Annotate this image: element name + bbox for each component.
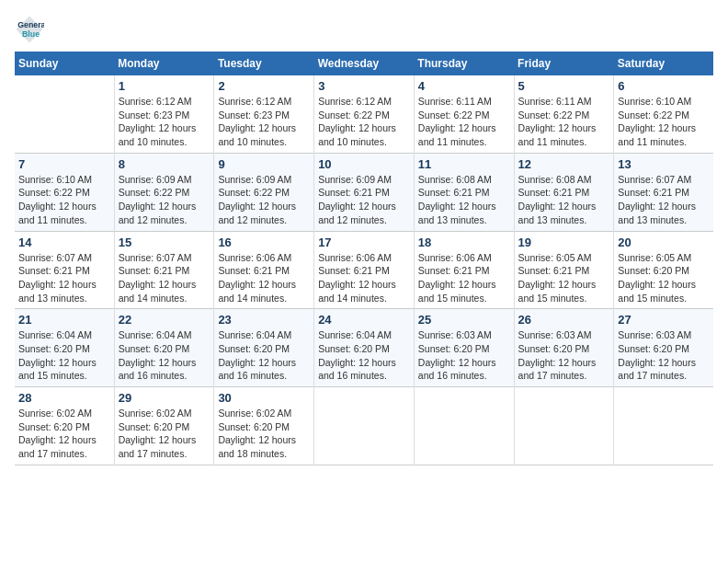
calendar-day-cell: 13Sunrise: 6:07 AMSunset: 6:21 PMDayligh…: [614, 153, 713, 231]
calendar-table: SundayMondayTuesdayWednesdayThursdayFrid…: [15, 52, 713, 465]
calendar-day-cell: 26Sunrise: 6:03 AMSunset: 6:20 PMDayligh…: [514, 309, 614, 387]
calendar-week-row: 1Sunrise: 6:12 AMSunset: 6:23 PMDaylight…: [15, 75, 713, 153]
weekday-header: Wednesday: [314, 52, 415, 75]
day-number: 27: [618, 313, 710, 327]
weekday-header-row: SundayMondayTuesdayWednesdayThursdayFrid…: [15, 52, 713, 75]
calendar-day-cell: 30Sunrise: 6:02 AMSunset: 6:20 PMDayligh…: [214, 387, 314, 465]
calendar-day-cell: [414, 387, 514, 465]
weekday-header: Friday: [514, 52, 614, 75]
day-info: Sunrise: 6:07 AMSunset: 6:21 PMDaylight:…: [618, 173, 710, 227]
day-info: Sunrise: 6:08 AMSunset: 6:21 PMDaylight:…: [418, 173, 510, 227]
day-info: Sunrise: 6:03 AMSunset: 6:20 PMDaylight:…: [618, 328, 710, 383]
day-info: Sunrise: 6:09 AMSunset: 6:21 PMDaylight:…: [318, 173, 410, 227]
calendar-day-cell: 8Sunrise: 6:09 AMSunset: 6:22 PMDaylight…: [114, 153, 214, 231]
day-info: Sunrise: 6:12 AMSunset: 6:23 PMDaylight:…: [119, 95, 210, 149]
calendar-day-cell: 9Sunrise: 6:09 AMSunset: 6:22 PMDaylight…: [214, 153, 314, 231]
calendar-day-cell: 22Sunrise: 6:04 AMSunset: 6:20 PMDayligh…: [114, 309, 214, 387]
day-info: Sunrise: 6:02 AMSunset: 6:20 PMDaylight:…: [218, 407, 310, 461]
calendar-day-cell: 6Sunrise: 6:10 AMSunset: 6:22 PMDaylight…: [614, 75, 713, 153]
day-info: Sunrise: 6:04 AMSunset: 6:20 PMDaylight:…: [218, 328, 310, 383]
calendar-day-cell: 24Sunrise: 6:04 AMSunset: 6:20 PMDayligh…: [314, 309, 415, 387]
day-number: 13: [618, 157, 710, 171]
calendar-day-cell: 11Sunrise: 6:08 AMSunset: 6:21 PMDayligh…: [414, 153, 514, 231]
day-number: 11: [418, 157, 510, 171]
calendar-week-row: 14Sunrise: 6:07 AMSunset: 6:21 PMDayligh…: [15, 231, 713, 309]
day-info: Sunrise: 6:07 AMSunset: 6:21 PMDaylight:…: [119, 251, 210, 305]
calendar-day-cell: 5Sunrise: 6:11 AMSunset: 6:22 PMDaylight…: [514, 75, 614, 153]
calendar-day-cell: [514, 387, 614, 465]
day-info: Sunrise: 6:10 AMSunset: 6:22 PMDaylight:…: [618, 95, 710, 149]
calendar-day-cell: 2Sunrise: 6:12 AMSunset: 6:23 PMDaylight…: [214, 75, 314, 153]
day-number: 14: [18, 236, 110, 249]
calendar-day-cell: 12Sunrise: 6:08 AMSunset: 6:21 PMDayligh…: [514, 153, 614, 231]
day-info: Sunrise: 6:06 AMSunset: 6:21 PMDaylight:…: [218, 251, 310, 305]
day-number: 23: [218, 313, 310, 327]
day-info: Sunrise: 6:11 AMSunset: 6:22 PMDaylight:…: [418, 95, 510, 149]
day-number: 18: [418, 236, 510, 249]
calendar-day-cell: 19Sunrise: 6:05 AMSunset: 6:21 PMDayligh…: [514, 231, 614, 309]
svg-text:Blue: Blue: [22, 29, 40, 39]
day-info: Sunrise: 6:04 AMSunset: 6:20 PMDaylight:…: [318, 328, 410, 383]
day-number: 10: [318, 157, 410, 171]
day-number: 24: [318, 313, 410, 327]
logo-icon: General Blue: [15, 15, 44, 44]
day-number: 22: [119, 313, 210, 327]
day-number: 2: [218, 79, 310, 93]
calendar-day-cell: 28Sunrise: 6:02 AMSunset: 6:20 PMDayligh…: [15, 387, 114, 465]
day-info: Sunrise: 6:02 AMSunset: 6:20 PMDaylight:…: [18, 407, 110, 461]
day-info: Sunrise: 6:12 AMSunset: 6:23 PMDaylight:…: [218, 95, 310, 149]
calendar-day-cell: 14Sunrise: 6:07 AMSunset: 6:21 PMDayligh…: [15, 231, 114, 309]
calendar-day-cell: 18Sunrise: 6:06 AMSunset: 6:21 PMDayligh…: [414, 231, 514, 309]
calendar-day-cell: 20Sunrise: 6:05 AMSunset: 6:20 PMDayligh…: [614, 231, 713, 309]
day-info: Sunrise: 6:06 AMSunset: 6:21 PMDaylight:…: [318, 251, 410, 305]
day-number: 1: [119, 79, 210, 93]
day-info: Sunrise: 6:11 AMSunset: 6:22 PMDaylight:…: [518, 95, 610, 149]
day-number: 7: [18, 157, 110, 171]
day-info: Sunrise: 6:12 AMSunset: 6:22 PMDaylight:…: [318, 95, 410, 149]
calendar-day-cell: 3Sunrise: 6:12 AMSunset: 6:22 PMDaylight…: [314, 75, 415, 153]
calendar-day-cell: 23Sunrise: 6:04 AMSunset: 6:20 PMDayligh…: [214, 309, 314, 387]
day-info: Sunrise: 6:08 AMSunset: 6:21 PMDaylight:…: [518, 173, 610, 227]
calendar-day-cell: 7Sunrise: 6:10 AMSunset: 6:22 PMDaylight…: [15, 153, 114, 231]
svg-text:General: General: [17, 20, 44, 29]
calendar-day-cell: [15, 75, 114, 153]
day-number: 17: [318, 236, 410, 249]
day-number: 26: [518, 313, 610, 327]
day-info: Sunrise: 6:03 AMSunset: 6:20 PMDaylight:…: [518, 328, 610, 383]
calendar-week-row: 28Sunrise: 6:02 AMSunset: 6:20 PMDayligh…: [15, 387, 713, 465]
weekday-header: Tuesday: [214, 52, 314, 75]
day-number: 28: [18, 391, 110, 405]
day-info: Sunrise: 6:04 AMSunset: 6:20 PMDaylight:…: [119, 328, 210, 383]
weekday-header: Monday: [114, 52, 214, 75]
day-info: Sunrise: 6:05 AMSunset: 6:20 PMDaylight:…: [618, 251, 710, 305]
day-number: 3: [318, 79, 410, 93]
day-info: Sunrise: 6:05 AMSunset: 6:21 PMDaylight:…: [518, 251, 610, 305]
calendar-day-cell: 1Sunrise: 6:12 AMSunset: 6:23 PMDaylight…: [114, 75, 214, 153]
day-number: 25: [418, 313, 510, 327]
day-number: 5: [518, 79, 610, 93]
day-info: Sunrise: 6:06 AMSunset: 6:21 PMDaylight:…: [418, 251, 510, 305]
day-number: 16: [218, 236, 310, 249]
day-info: Sunrise: 6:02 AMSunset: 6:20 PMDaylight:…: [119, 407, 210, 461]
day-number: 12: [518, 157, 610, 171]
calendar-day-cell: 27Sunrise: 6:03 AMSunset: 6:20 PMDayligh…: [614, 309, 713, 387]
calendar-day-cell: 25Sunrise: 6:03 AMSunset: 6:20 PMDayligh…: [414, 309, 514, 387]
day-info: Sunrise: 6:07 AMSunset: 6:21 PMDaylight:…: [18, 251, 110, 305]
calendar-day-cell: 10Sunrise: 6:09 AMSunset: 6:21 PMDayligh…: [314, 153, 415, 231]
day-number: 8: [119, 157, 210, 171]
calendar-day-cell: 29Sunrise: 6:02 AMSunset: 6:20 PMDayligh…: [114, 387, 214, 465]
day-info: Sunrise: 6:09 AMSunset: 6:22 PMDaylight:…: [218, 173, 310, 227]
day-number: 4: [418, 79, 510, 93]
calendar-week-row: 7Sunrise: 6:10 AMSunset: 6:22 PMDaylight…: [15, 153, 713, 231]
day-number: 30: [218, 391, 310, 405]
weekday-header: Saturday: [614, 52, 713, 75]
calendar-day-cell: 17Sunrise: 6:06 AMSunset: 6:21 PMDayligh…: [314, 231, 415, 309]
day-number: 29: [119, 391, 210, 405]
calendar-day-cell: [614, 387, 713, 465]
calendar-day-cell: 16Sunrise: 6:06 AMSunset: 6:21 PMDayligh…: [214, 231, 314, 309]
calendar-week-row: 21Sunrise: 6:04 AMSunset: 6:20 PMDayligh…: [15, 309, 713, 387]
logo: General Blue: [15, 15, 48, 44]
page-header: General Blue: [15, 15, 713, 44]
day-number: 9: [218, 157, 310, 171]
day-number: 6: [618, 79, 710, 93]
